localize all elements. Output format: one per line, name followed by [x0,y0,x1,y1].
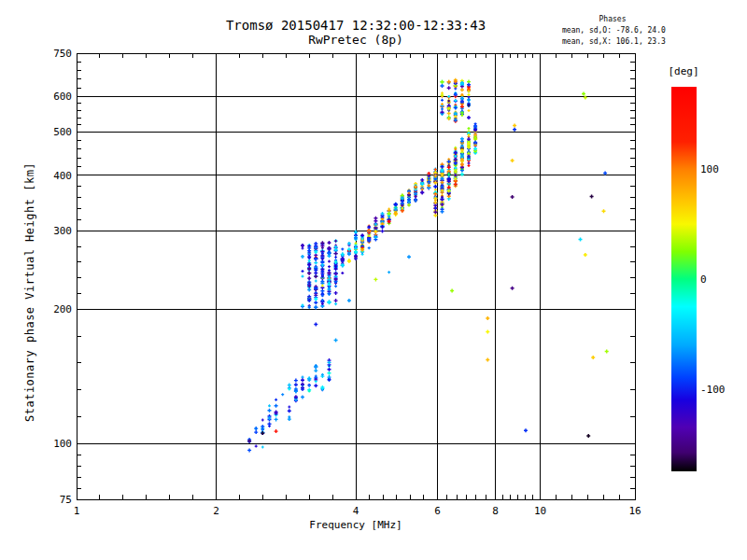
y-tick-label: 600 [53,91,72,103]
y-tick-label: 100 [53,438,72,450]
colorbar-tick-labels: 1000-100 [700,163,726,395]
y-axis-label: Stationary phase Virtual Height [km] [23,162,36,422]
x-tick-label: 1 [74,505,80,517]
colorbar-tick-label: 100 [700,163,719,175]
scatter-cluster-f-region-foot-dense-blob [301,239,338,309]
colorbar [671,87,697,471]
x-tick-label: 10 [534,505,546,517]
colorbar-unit-label: [deg] [663,65,704,77]
x-tick-labels: 124681016 [74,505,641,517]
ionogram-plot-canvas: 124681016751002003004005006007501000-100 [0,0,747,560]
phase-stats-block: Phases mean, sd,O: -78.6, 24.0 mean, sd,… [562,14,663,48]
y-tick-label: 300 [53,225,72,237]
phase-stats-o-mode: mean, sd,O: -78.6, 24.0 [562,25,663,36]
x-tick-label: 4 [353,505,359,517]
plot-title: Tromsø 20150417 12:32:00-12:33:43 [77,18,635,33]
y-tick-label: 750 [53,48,72,60]
y-tick-label: 75 [60,494,72,506]
x-tick-label: 2 [213,505,219,517]
x-axis-label: Frequency [MHz] [77,519,635,531]
x-tick-label: 8 [492,505,499,517]
scatter-cluster-upper-f-trace-spread [433,122,477,217]
y-tick-label: 500 [53,126,72,138]
scatter-cluster-sporadic-E-trace [247,358,331,452]
colorbar-tick-label: -100 [700,384,726,396]
x-tick-label: 6 [434,505,441,517]
y-tick-labels: 75100200300400500600750 [53,48,72,506]
scatter-cluster-rising-f-trace-band [354,164,444,260]
x-tick-label: 16 [628,505,641,517]
ionogram-screenshot: 124681016751002003004005006007501000-100… [0,0,747,560]
gridlines [77,53,635,499]
scatter-cluster-foot-to-band-hook [328,231,359,291]
y-tick-label: 200 [53,303,72,315]
phase-stats-x-mode: mean, sd,X: 106.1, 23.3 [562,36,663,48]
phase-stats-header: Phases [562,14,663,25]
y-tick-label: 400 [53,170,72,182]
colorbar-tick-label: 0 [700,273,707,286]
scatter-cluster-topside-spread [441,78,472,123]
plot-subtitle: RwPretec (8p) [77,33,635,47]
